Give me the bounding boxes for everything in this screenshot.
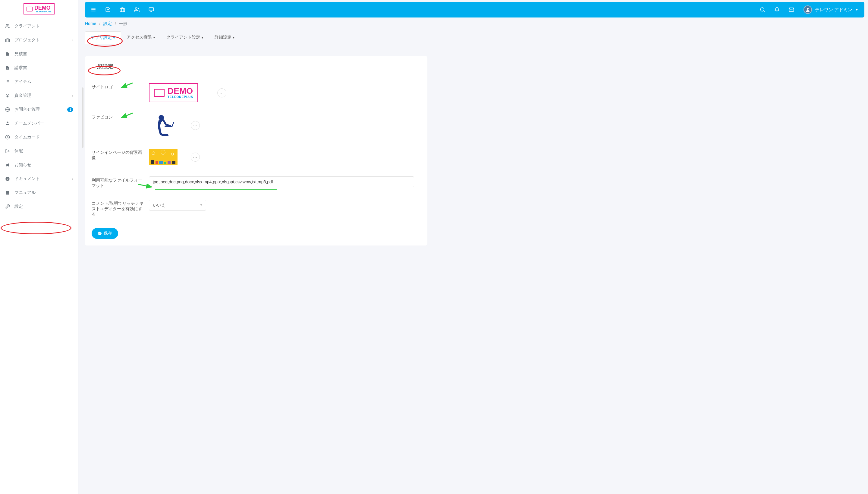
person-laptop-icon <box>150 114 177 137</box>
sidebar-logo[interactable]: DEMO TELEONEPLUS <box>0 0 78 18</box>
briefcase-icon <box>5 37 10 43</box>
svg-rect-39 <box>172 162 175 164</box>
sidebar-item-8[interactable]: タイムカード <box>0 130 78 144</box>
svg-rect-1 <box>5 39 9 42</box>
svg-point-20 <box>135 7 137 10</box>
sidebar-item-5[interactable]: ¥資金管理› <box>0 89 78 102</box>
menu-toggle-button[interactable] <box>87 3 100 16</box>
sidebar-item-label: プロジェクト <box>15 37 72 43</box>
sidebar-item-label: お知らせ <box>15 162 73 168</box>
sidebar-item-label: 設定 <box>15 204 73 209</box>
row-rich-text: コメント/説明でリッチテキストエディターを有効にする いいえ <box>92 194 421 223</box>
annotation-underline <box>155 189 277 190</box>
tab-1[interactable]: アクセス権限▼ <box>121 31 161 44</box>
tab-label: アプリ設定 <box>91 35 112 40</box>
logo-frame-icon <box>26 7 33 12</box>
svg-rect-34 <box>151 160 154 164</box>
sidebar-nav: クライアントプロジェクト›見積書請求書アイテム¥資金管理›お問合せ管理1チームメ… <box>0 18 78 247</box>
book-icon <box>5 190 10 195</box>
sidebar-badge: 1 <box>67 107 73 112</box>
save-button[interactable]: 保存 <box>92 228 118 239</box>
caret-down-icon: ▼ <box>232 36 235 39</box>
clock-icon <box>5 134 10 140</box>
general-settings-card: 一般設定 サイトロゴ DEMO TELEONEPLUS ··· ファビコン <box>85 56 427 246</box>
row-signin-bg: サインインページの背景画像 <box>92 143 421 171</box>
label-favicon: ファビコン <box>92 113 149 120</box>
sidebar-item-1[interactable]: プロジェクト› <box>0 33 78 47</box>
sidebar-item-11[interactable]: ?ドキュメント› <box>0 172 78 186</box>
sidebar-item-label: お問合せ管理 <box>15 107 67 112</box>
logout-icon <box>5 148 10 154</box>
label-rich-text: コメント/説明でリッチテキストエディターを有効にする <box>92 200 149 217</box>
label-signin-bg: サインインページの背景画像 <box>92 149 149 161</box>
sidebar-item-3[interactable]: 請求書 <box>0 61 78 75</box>
wrench-icon <box>5 204 10 209</box>
sidebar-item-0[interactable]: クライアント <box>0 19 78 33</box>
row-favicon: ファビコン ··· <box>92 108 421 143</box>
caret-down-icon: ▼ <box>153 36 156 39</box>
sidebar-item-6[interactable]: お問合せ管理1 <box>0 102 78 116</box>
logo-frame-icon <box>154 89 164 97</box>
sidebar-item-label: クライアント <box>15 23 73 29</box>
sidebar-item-4[interactable]: アイテム <box>0 75 78 89</box>
sidebar-item-7[interactable]: チームメンバー <box>0 116 78 130</box>
site-logo-actions[interactable]: ··· <box>217 88 226 97</box>
svg-rect-21 <box>149 7 154 11</box>
sidebar-item-label: チームメンバー <box>15 121 73 126</box>
tasks-button[interactable] <box>101 3 115 16</box>
breadcrumb-settings[interactable]: 設定 <box>103 21 112 26</box>
file-formats-input[interactable] <box>149 176 414 187</box>
sidebar-item-label: 請求書 <box>15 65 73 71</box>
sidebar: DEMO TELEONEPLUS クライアントプロジェクト›見積書請求書アイテム… <box>0 0 78 247</box>
sidebar-item-label: アイテム <box>15 79 73 84</box>
users-button[interactable] <box>130 3 143 16</box>
monitor-button[interactable] <box>145 3 158 16</box>
sidebar-item-label: 見積書 <box>15 51 73 57</box>
svg-rect-35 <box>156 162 158 164</box>
sidebar-item-10[interactable]: お知らせ <box>0 158 78 172</box>
svg-rect-37 <box>164 162 166 164</box>
svg-text:?: ? <box>7 177 8 180</box>
logo-text: DEMO <box>34 5 52 11</box>
svg-rect-36 <box>159 161 163 164</box>
signin-bg-actions[interactable]: ··· <box>191 153 200 162</box>
sidebar-item-label: マニュアル <box>15 190 73 195</box>
label-site-logo: サイトロゴ <box>92 83 149 90</box>
sidebar-item-13[interactable]: 設定 <box>0 200 78 213</box>
logo-subtext: TELEONEPLUS <box>34 11 52 13</box>
tab-0[interactable]: アプリ設定▼ <box>85 31 121 44</box>
svg-rect-29 <box>164 126 172 127</box>
logo-text: DEMO <box>167 87 193 95</box>
tab-label: クライアント設定 <box>166 35 200 39</box>
tab-3[interactable]: 詳細設定▼ <box>209 31 240 44</box>
caret-down-icon: ▼ <box>201 36 204 39</box>
signin-bg-preview <box>149 149 178 165</box>
breadcrumb-home[interactable]: Home <box>85 21 96 26</box>
topbar: テレワン アドミン ▼ <box>85 2 434 18</box>
sidebar-item-2[interactable]: 見積書 <box>0 47 78 61</box>
sidebar-item-9[interactable]: 休暇 <box>0 144 78 158</box>
tab-label: アクセス権限 <box>126 35 152 39</box>
favicon-preview <box>149 113 178 137</box>
site-logo-preview: DEMO TELEONEPLUS <box>149 83 198 102</box>
yen-icon: ¥ <box>5 93 10 98</box>
list-icon <box>5 79 10 84</box>
sidebar-item-12[interactable]: マニュアル <box>0 186 78 200</box>
users-icon <box>5 23 10 29</box>
file-icon <box>5 51 10 57</box>
chevron-right-icon: › <box>72 177 73 180</box>
breadcrumb: Home / 設定 / 一般 <box>85 21 427 26</box>
help-icon: ? <box>5 176 10 182</box>
caret-down-icon: ▼ <box>113 37 115 39</box>
briefcase-button[interactable] <box>116 3 129 16</box>
row-file-formats: 利用可能なファイルフォーマット <box>92 171 421 194</box>
rich-text-select[interactable]: いいえ <box>149 200 206 210</box>
favicon-actions[interactable]: ··· <box>191 121 200 130</box>
chevron-right-icon: › <box>72 38 73 42</box>
tab-2[interactable]: クライアント設定▼ <box>161 31 209 44</box>
svg-rect-38 <box>167 161 171 164</box>
sidebar-item-label: ドキュメント <box>15 176 72 182</box>
chevron-right-icon: › <box>72 94 73 97</box>
breadcrumb-current: 一般 <box>119 21 127 26</box>
globe-icon <box>5 107 10 112</box>
